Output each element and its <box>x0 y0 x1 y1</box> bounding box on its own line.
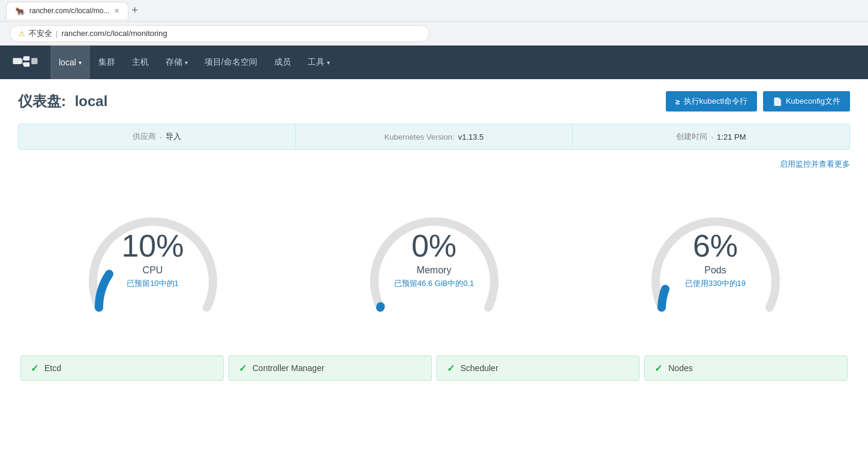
status-controller-manager: ✓ Controller Manager <box>229 355 432 381</box>
svg-rect-0 <box>13 58 22 64</box>
nav-hosts-label: 主机 <box>132 57 149 68</box>
memory-gauge: 0% Memory 已预留46.6 GiB中的0.1 <box>299 194 569 326</box>
nav-projects-label: 项目/命名空间 <box>205 57 257 68</box>
tab-favicon: 🐂 <box>15 7 25 16</box>
url-text: rancher.com/c/local/monitoring <box>61 29 167 38</box>
logo-area <box>12 53 38 71</box>
cpu-gauge-wrapper: 10% CPU 已预留10中的1 <box>81 194 225 326</box>
scheduler-check-icon: ✓ <box>447 363 455 374</box>
controller-label: Controller Manager <box>253 363 325 373</box>
memory-label: Memory <box>394 265 474 276</box>
kubectl-label: 执行kubectl命令行 <box>684 96 747 107</box>
nav-tools[interactable]: 工具 ▾ <box>299 46 338 79</box>
svg-line-5 <box>22 61 23 65</box>
nav-cluster-menu[interactable]: 集群 <box>90 46 124 79</box>
nav-cluster-menu-label: 集群 <box>98 57 115 68</box>
nav-hosts[interactable]: 主机 <box>124 46 157 79</box>
dashboard-header: 仪表盘: local ≥ 执行kubectl命令行 📄 Kubeconfig文件 <box>18 91 850 112</box>
title-cluster: local <box>75 93 108 109</box>
security-label: 不安全 <box>29 28 52 39</box>
nav-cluster-arrow: ▾ <box>79 59 82 66</box>
gauges-row: 10% CPU 已预留10中的1 0% Memory 已预留46.6 GiB中的 <box>18 182 850 349</box>
nav-tools-arrow: ▾ <box>327 59 330 66</box>
created-value: 1:21 PM <box>717 132 746 141</box>
enable-monitoring-link[interactable]: 启用监控并查看更多 <box>780 159 850 168</box>
cpu-percent: 10% <box>121 230 184 261</box>
memory-gauge-wrapper: 0% Memory 已预留46.6 GiB中的0.1 <box>362 194 506 326</box>
memory-percent: 0% <box>394 230 474 261</box>
provider-label: 供应商 <box>133 131 156 142</box>
url-input[interactable]: ⚠ 不安全 | rancher.com/c/local/monitoring <box>10 25 430 42</box>
title-prefix: 仪表盘: <box>18 93 66 109</box>
pods-label: Pods <box>685 265 746 276</box>
info-created-time: 创建时间 · 1:21 PM <box>573 124 849 149</box>
cpu-gauge: 10% CPU 已预留10中的1 <box>18 194 287 326</box>
nav-members-label: 成员 <box>274 57 291 68</box>
info-bar: 供应商 · 导入 Kubernetes Version: v1.13.5 创建时… <box>18 123 850 150</box>
cpu-gauge-text: 10% CPU 已预留10中的1 <box>121 230 184 289</box>
nav-storage-label: 存储 <box>166 57 182 68</box>
status-row: ✓ Etcd ✓ Controller Manager ✓ Scheduler … <box>18 355 850 387</box>
k8s-version-value: v1.13.5 <box>458 132 484 141</box>
kubeconfig-icon: 📄 <box>773 97 782 106</box>
nav-tools-label: 工具 <box>308 57 325 68</box>
address-bar: ⚠ 不安全 | rancher.com/c/local/monitoring <box>0 22 868 46</box>
nodes-check-icon: ✓ <box>654 363 662 374</box>
monitor-link-area: 启用监控并查看更多 <box>18 158 850 170</box>
etcd-check-icon: ✓ <box>31 363 38 374</box>
nav-storage[interactable]: 存储 ▾ <box>157 46 196 79</box>
new-tab-button[interactable]: + <box>132 4 139 17</box>
top-navigation: local ▾ 集群 主机 存储 ▾ 项目/命名空间 成员 工具 ▾ <box>0 46 868 79</box>
page-content: 仪表盘: local ≥ 执行kubectl命令行 📄 Kubeconfig文件… <box>0 79 868 399</box>
svg-rect-2 <box>23 62 29 67</box>
etcd-label: Etcd <box>44 363 61 373</box>
status-etcd: ✓ Etcd <box>20 355 224 381</box>
scheduler-label: Scheduler <box>461 363 498 373</box>
kubectl-icon: ≥ <box>675 97 680 106</box>
nav-cluster-label: local <box>59 58 76 67</box>
pods-gauge-wrapper: 6% Pods 已使用330中的19 <box>644 194 788 326</box>
controller-check-icon: ✓ <box>239 363 247 374</box>
svg-rect-3 <box>31 58 37 64</box>
status-scheduler: ✓ Scheduler <box>437 355 640 381</box>
nav-storage-arrow: ▾ <box>185 59 188 66</box>
svg-line-4 <box>22 58 23 61</box>
security-warning-icon: ⚠ <box>19 29 25 38</box>
kubectl-button[interactable]: ≥ 执行kubectl命令行 <box>666 91 757 112</box>
info-provider: 供应商 · 导入 <box>19 124 296 149</box>
cpu-sublabel: 已预留10中的1 <box>121 278 184 289</box>
provider-value: 导入 <box>166 131 181 142</box>
browser-tab[interactable]: 🐂 rancher.com/c/local/mo... × <box>6 2 128 19</box>
url-separator: | <box>56 29 58 38</box>
memory-sublabel: 已预留46.6 GiB中的0.1 <box>394 278 474 289</box>
kubeconfig-label: Kubeconfig文件 <box>786 96 840 107</box>
cpu-label: CPU <box>121 265 184 276</box>
nav-members[interactable]: 成员 <box>266 46 299 79</box>
rancher-logo-icon <box>12 53 38 71</box>
memory-gauge-text: 0% Memory 已预留46.6 GiB中的0.1 <box>394 230 474 289</box>
k8s-version-label: Kubernetes Version: <box>385 132 455 141</box>
provider-separator: · <box>160 132 162 141</box>
pods-percent: 6% <box>685 230 746 261</box>
pods-gauge: 6% Pods 已使用330中的19 <box>581 194 850 326</box>
info-k8s-version: Kubernetes Version: v1.13.5 <box>296 124 573 149</box>
svg-rect-1 <box>23 56 29 61</box>
pods-sublabel: 已使用330中的19 <box>685 278 746 289</box>
browser-tab-bar: 🐂 rancher.com/c/local/mo... × + <box>0 0 868 22</box>
status-nodes: ✓ Nodes <box>644 355 848 381</box>
page-title: 仪表盘: local <box>18 92 107 111</box>
tab-title: rancher.com/c/local/mo... <box>29 7 109 15</box>
nav-cluster[interactable]: local ▾ <box>50 46 90 79</box>
nodes-label: Nodes <box>668 363 692 373</box>
created-separator: · <box>711 132 713 141</box>
nav-projects[interactable]: 项目/命名空间 <box>196 46 266 79</box>
tab-close-button[interactable]: × <box>114 6 119 16</box>
kubeconfig-button[interactable]: 📄 Kubeconfig文件 <box>763 91 850 112</box>
created-label: 创建时间 <box>676 131 707 142</box>
header-buttons: ≥ 执行kubectl命令行 📄 Kubeconfig文件 <box>666 91 850 112</box>
pods-gauge-text: 6% Pods 已使用330中的19 <box>685 230 746 289</box>
